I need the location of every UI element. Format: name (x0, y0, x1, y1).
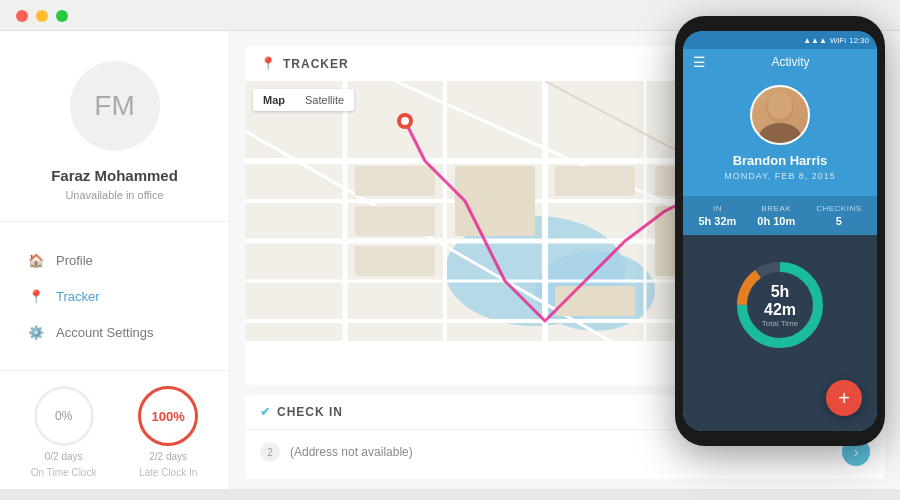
donut-sublabel: Total Time (755, 319, 805, 328)
stat-label-on-time: On Time Clock (31, 467, 97, 478)
sidebar-stats: 0% 0/2 days On Time Clock 100% 2/2 days … (0, 370, 229, 493)
browser-dot-green[interactable] (56, 10, 68, 22)
checkin-title: CHECK IN (277, 405, 343, 419)
phone-profile: Brandon Harris MONDAY, FEB 8, 2015 (683, 75, 877, 196)
pin-icon: 📍 (28, 288, 44, 304)
svg-rect-18 (455, 166, 535, 236)
phone-stat-break-value: 0h 10m (757, 215, 795, 227)
stat-late: 100% 2/2 days Late Clock In (138, 386, 198, 478)
map-tab-map[interactable]: Map (253, 89, 295, 111)
phone-stat-checkins-label: CHECKINS (816, 204, 861, 213)
phone-stat-break-label: BREAK (761, 204, 791, 213)
phone-stat-in-label: IN (713, 204, 722, 213)
phone-stat-break: BREAK 0h 10m (757, 204, 795, 227)
user-profile-area: FM Faraz Mohammed Unavailable in office (0, 31, 229, 222)
phone-stats-bar: IN 5h 32m BREAK 0h 10m CHECKINS 5 (683, 196, 877, 235)
phone-screen: ▲▲▲ WiFi 12:30 ☰ Activity (683, 31, 877, 431)
svg-point-33 (758, 123, 802, 145)
checkin-icon: ✔ (260, 405, 271, 419)
phone-stat-checkins-value: 5 (836, 215, 842, 227)
phone-body: 5h 42m Total Time + (683, 235, 877, 431)
sidebar: FM Faraz Mohammed Unavailable in office … (0, 31, 230, 489)
tracker-title: TRACKER (283, 57, 349, 71)
svg-rect-19 (555, 166, 635, 196)
phone-status-bar: ▲▲▲ WiFi 12:30 (683, 31, 877, 49)
phone-wifi-icon: WiFi (830, 36, 846, 45)
phone-menu-icon[interactable]: ☰ (693, 54, 706, 70)
sidebar-item-tracker[interactable]: 📍 Tracker (0, 278, 229, 314)
donut-center: 5h 42m Total Time (755, 283, 805, 328)
stat-on-time: 0% 0/2 days On Time Clock (31, 386, 97, 478)
map-tab-satellite[interactable]: Satellite (295, 89, 354, 111)
svg-rect-23 (355, 246, 435, 276)
sidebar-item-account-settings[interactable]: ⚙️ Account Settings (0, 314, 229, 350)
sidebar-item-label: Account Settings (56, 325, 154, 340)
stat-circle-late: 100% (138, 386, 198, 446)
home-icon: 🏠 (28, 252, 44, 268)
sidebar-item-label: Profile (56, 253, 93, 268)
phone-header: ☰ Activity (683, 49, 877, 75)
svg-rect-17 (355, 206, 435, 236)
phone-user-date: MONDAY, FEB 8, 2015 (724, 171, 836, 181)
stat-label-late: Late Clock In (139, 467, 197, 478)
stat-days-on-time: 0/2 days (45, 451, 83, 462)
browser-dot-red[interactable] (16, 10, 28, 22)
stat-circle-on-time: 0% (34, 386, 94, 446)
svg-point-34 (768, 91, 792, 119)
sidebar-item-profile[interactable]: 🏠 Profile (0, 242, 229, 278)
avatar: FM (70, 61, 160, 151)
svg-rect-16 (355, 166, 435, 196)
tracker-icon: 📍 (260, 56, 277, 71)
phone-title: Activity (714, 55, 867, 69)
svg-point-27 (401, 117, 409, 125)
fab-icon: + (838, 387, 850, 410)
phone-time: 12:30 (849, 36, 869, 45)
user-name: Faraz Mohammed (51, 167, 178, 184)
app-container: FM Faraz Mohammed Unavailable in office … (0, 31, 900, 489)
phone-outer: ▲▲▲ WiFi 12:30 ☰ Activity (675, 16, 885, 446)
stat-days-late: 2/2 days (149, 451, 187, 462)
stat-value-on-time: 0% (55, 409, 72, 423)
donut-chart: 5h 42m Total Time (730, 255, 830, 355)
phone-signal-icon: ▲▲▲ (803, 36, 827, 45)
gear-icon: ⚙️ (28, 324, 44, 340)
donut-total-time: 5h 42m (755, 283, 805, 319)
phone-stat-in-value: 5h 32m (698, 215, 736, 227)
phone-user-name: Brandon Harris (733, 153, 828, 168)
phone-mockup: ▲▲▲ WiFi 12:30 ☰ Activity (675, 16, 895, 456)
phone-avatar (750, 85, 810, 145)
checkin-number: 2 (260, 442, 280, 462)
sidebar-item-label: Tracker (56, 289, 100, 304)
fab-button[interactable]: + (826, 380, 862, 416)
stat-value-late: 100% (152, 409, 185, 424)
checkin-address: (Address not available) (290, 445, 413, 459)
phone-stat-in: IN 5h 32m (698, 204, 736, 227)
phone-stat-checkins: CHECKINS 5 (816, 204, 861, 227)
user-status: Unavailable in office (65, 189, 163, 201)
map-controls: Map Satellite (253, 89, 354, 111)
sidebar-nav: 🏠 Profile 📍 Tracker ⚙️ Account Settings (0, 222, 229, 370)
browser-dot-yellow[interactable] (36, 10, 48, 22)
avatar-initials: FM (94, 90, 134, 122)
